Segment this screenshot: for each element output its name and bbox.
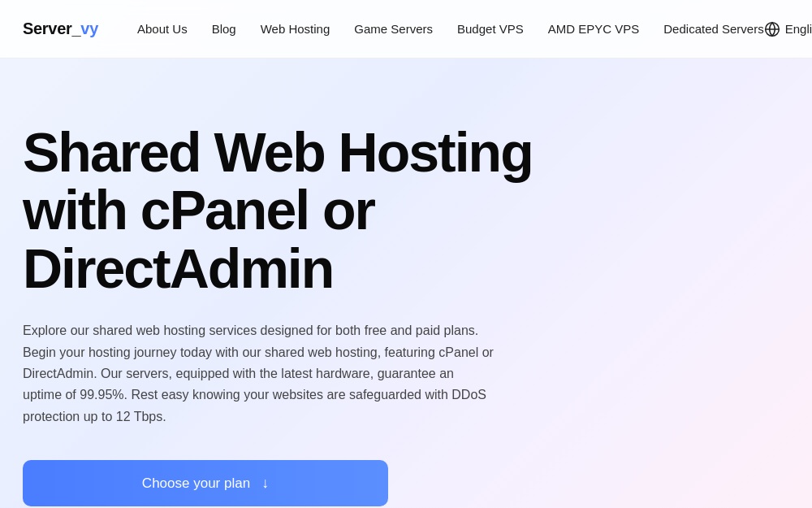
nav-link-dedicated-servers[interactable]: Dedicated Servers — [663, 22, 763, 36]
hero-section: Shared Web Hosting with cPanel or Direct… — [0, 59, 568, 508]
logo-accent: vy — [80, 20, 98, 38]
hero-description: Explore our shared web hosting services … — [23, 320, 494, 428]
nav-link-web-hosting[interactable]: Web Hosting — [261, 22, 330, 36]
nav-links: About Us Blog Web Hosting Game Servers B… — [137, 22, 764, 36]
navbar: Server_vy About Us Blog Web Hosting Game… — [0, 0, 812, 59]
nav-link-about-us[interactable]: About Us — [137, 22, 188, 36]
cta-button[interactable]: Choose your plan ↓ — [23, 460, 388, 506]
hero-title: Shared Web Hosting with cPanel or Direct… — [23, 124, 546, 297]
site-logo[interactable]: Server_vy — [23, 20, 98, 38]
nav-link-blog[interactable]: Blog — [212, 22, 236, 36]
nav-link-budget-vps[interactable]: Budget VPS — [457, 22, 524, 36]
globe-icon — [764, 21, 780, 37]
logo-text: Server_ — [23, 20, 80, 38]
nav-link-amd-epyc-vps[interactable]: AMD EPYC VPS — [548, 22, 640, 36]
language-label: English — [785, 22, 812, 36]
cta-label: Choose your plan — [142, 475, 250, 492]
cta-arrow-icon: ↓ — [261, 475, 269, 492]
nav-link-game-servers[interactable]: Game Servers — [354, 22, 433, 36]
language-selector[interactable]: English — [764, 21, 812, 37]
